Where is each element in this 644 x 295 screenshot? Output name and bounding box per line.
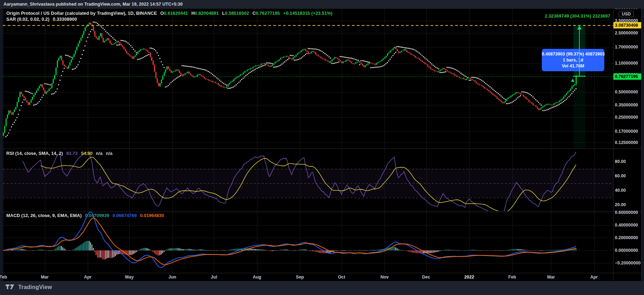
chart-canvas[interactable] (0, 0, 644, 295)
time-axis-label[interactable]: Oct (338, 275, 345, 280)
price-axis-label: 1.10000000 (615, 61, 638, 66)
rsi-upper-band-value: n/a (96, 151, 103, 156)
tradingview-brand[interactable]: TradingView (6, 284, 52, 290)
time-axis-label[interactable]: 2022 (464, 275, 474, 280)
measure-handle-icon[interactable] (571, 79, 574, 82)
measure-tooltip-bars-line: 1 bars, 1d (542, 58, 604, 63)
ohlc-close-value: 0.76277195 (256, 11, 280, 16)
time-axis-label[interactable]: Apr (590, 275, 598, 280)
rsi-pane-legend[interactable]: RSI (14, close, SMA, 14, 2) 83.72 54.80 … (6, 151, 112, 156)
measure-tooltip: 0.40873903 (99.37%) 40873903 1 bars, 1d … (542, 49, 604, 71)
price-axis-label: 0.17000000 (615, 129, 638, 134)
time-axis-label[interactable]: Aug (253, 275, 261, 280)
ohlc-low-label: L (222, 11, 225, 16)
measure-result-text: 2.32369749 (304.31%) 2323697 (545, 13, 611, 19)
last-price-label: 0.76277195 (613, 73, 641, 80)
rsi-axis-label: 80.00 (615, 159, 626, 164)
time-axis-label[interactable]: Apr (84, 275, 92, 280)
measure-arrow-line[interactable] (579, 29, 580, 76)
rsi-axis-label: 40.00 (615, 188, 626, 193)
price-axis-label: 1.70000000 (615, 45, 638, 50)
rsi-value: 83.72 (66, 151, 78, 156)
ohlc-high-label: H (191, 11, 195, 16)
tradingview-snapshot: Aaryamann_Shrivastava published on Tradi… (0, 0, 644, 295)
rsi-axis-label: 60.00 (615, 173, 626, 178)
macd-axis-label: 0.00000000 (615, 248, 638, 253)
time-axis-label[interactable]: Mar (41, 275, 48, 280)
rsi-ma-value: 54.80 (81, 151, 93, 156)
time-axis-label[interactable]: Nov (380, 275, 389, 280)
ohlc-change: +0.14518315 (+23.51%) (283, 11, 333, 16)
measure-tooltip-volume-line: Vol 41.78M (542, 64, 604, 68)
macd-title: MACD (12, 26, close, 9, EMA, EMA) (6, 213, 82, 218)
macd-axis-label: 0.20000000 (615, 235, 638, 240)
time-axis-label[interactable]: May (125, 275, 133, 280)
ohlc-open-label: O (160, 11, 164, 16)
time-axis-label[interactable]: Sep (296, 275, 304, 280)
ohlc-low-value: 0.58516502 (225, 11, 249, 16)
measure-tooltip-price-line: 0.40873903 (99.37%) 40873903 (542, 52, 604, 57)
sar-legend[interactable]: SAR (0.02, 0.02, 0.2) 0.33308900 (6, 17, 77, 22)
rsi-title: RSI (14, close, SMA, 14, 2) (6, 151, 63, 156)
ohlc-close-label: C (252, 11, 256, 16)
ohlc-open-value: 0.61620441 (164, 11, 188, 16)
publish-bar: Aaryamann_Shrivastava published on Tradi… (0, 0, 644, 9)
price-axis-label: 0.35000000 (615, 103, 638, 107)
macd-axis-label: −0.20000000 (615, 261, 640, 266)
time-axis-label[interactable]: Mar (547, 275, 555, 280)
macd-signal-value: 0.01964830 (140, 213, 164, 218)
time-axis-label[interactable]: Feb (0, 275, 7, 280)
price-axis-label: 0.12500000 (615, 140, 638, 145)
sar-title: SAR (0.02, 0.02, 0.2) (6, 17, 50, 22)
publish-line: Aaryamann_Shrivastava published on Tradi… (4, 2, 183, 7)
time-axis-label[interactable]: Dec (422, 275, 430, 280)
rsi-axis-label: 20.00 (615, 202, 626, 207)
price-axis-label: 0.25000000 (615, 115, 638, 120)
sar-value: 0.33308900 (53, 17, 77, 22)
macd-histogram-value: 0.04709939 (85, 213, 109, 218)
macd-line-value: 0.06674769 (113, 213, 137, 218)
macd-axis-label: 0.40000000 (615, 223, 638, 228)
macd-axis-label: 0.60000000 (615, 210, 638, 215)
ohlc-high-value: 0.82004891 (195, 11, 219, 16)
tradingview-logo-icon (6, 284, 15, 290)
main-pane-legend[interactable]: Origin Protocol / US Dollar (calculated … (6, 11, 333, 16)
measure-base-tick (573, 76, 586, 77)
target-price-label: 3.08730408 (613, 22, 641, 28)
price-axis-label: 2.50000000 (615, 31, 638, 35)
time-axis-label[interactable]: Jun (169, 275, 176, 280)
footer-bar (0, 281, 644, 295)
time-axis-label[interactable]: Jul (211, 275, 217, 280)
macd-pane-legend[interactable]: MACD (12, 26, close, 9, EMA, EMA) 0.0470… (6, 213, 164, 218)
brand-name: TradingView (18, 284, 52, 290)
currency-toggle-button[interactable]: USD (619, 11, 634, 17)
rsi-lower-band-value: n/a (106, 151, 113, 156)
price-axis-label: 0.50000000 (615, 90, 638, 94)
measure-arrowhead-icon (577, 26, 581, 29)
symbol-title: Origin Protocol / US Dollar (calculated … (6, 11, 157, 16)
time-axis-label[interactable]: Feb (508, 275, 516, 280)
